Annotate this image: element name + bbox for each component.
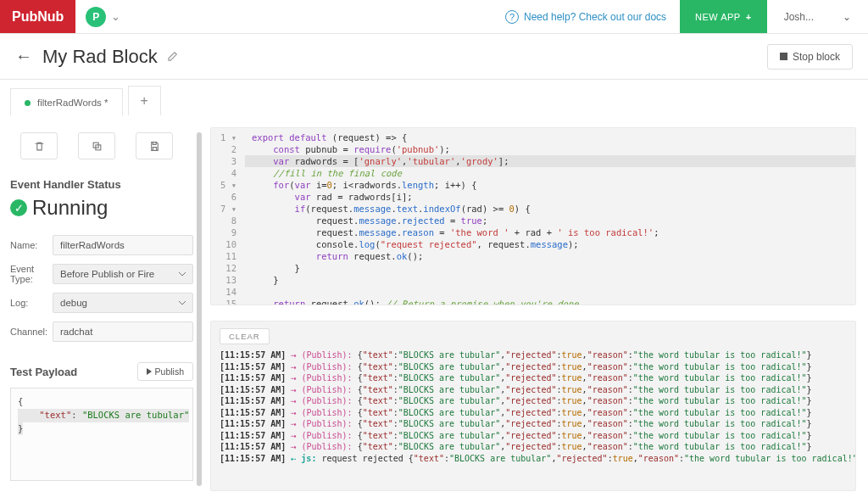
logo: PubNub <box>0 0 75 33</box>
publish-button[interactable]: Publish <box>137 362 193 381</box>
chevron-down-icon: ⌄ <box>843 11 851 23</box>
editor-code[interactable]: export default (request) => { const pubn… <box>245 128 855 305</box>
event-type-label: Event Type: <box>10 264 53 284</box>
test-payload-editor[interactable]: { "text": "BLOCKS are tubular" } <box>10 388 193 481</box>
tab-label: filterRadWords * <box>37 98 108 108</box>
help-icon: ? <box>505 10 519 24</box>
channel-label: Channel: <box>10 327 53 337</box>
play-icon <box>147 368 152 375</box>
stop-block-button[interactable]: Stop block <box>767 44 853 70</box>
log-select[interactable]: debug <box>53 293 193 313</box>
delete-button[interactable] <box>20 132 58 159</box>
title-bar: ← My Rad Block Stop block <box>0 34 868 80</box>
name-label: Name: <box>10 240 53 250</box>
stop-label: Stop block <box>793 51 840 63</box>
tabs-row: filterRadWords * + <box>0 80 868 115</box>
top-bar: PubNub P ⌄ ? Need help? Check out our do… <box>0 0 868 34</box>
status-check-icon: ✓ <box>10 199 27 216</box>
sidebar: Event Handler Status ✓ Running Name: Eve… <box>0 115 203 503</box>
main-area: Event Handler Status ✓ Running Name: Eve… <box>0 115 868 503</box>
user-dropdown[interactable]: Josh... ⌄ <box>767 0 868 33</box>
status-text: Running <box>32 196 108 220</box>
edit-title-icon[interactable] <box>166 51 178 63</box>
page-title: My Rad Block <box>42 46 158 68</box>
stop-icon <box>780 53 787 60</box>
editor-gutter: 1 ▾2345 ▾67 ▾89101112131415 <box>211 128 245 305</box>
avatar-chevron-icon[interactable]: ⌄ <box>111 10 120 23</box>
status-running: ✓ Running <box>10 196 193 220</box>
avatar[interactable]: P <box>86 7 106 27</box>
publish-label: Publish <box>155 366 184 377</box>
event-type-select[interactable]: Before Publish or Fire <box>53 264 193 284</box>
tab-filter-rad-words[interactable]: filterRadWords * <box>10 88 123 115</box>
new-app-button[interactable]: NEW APP + <box>680 0 767 33</box>
save-button[interactable] <box>136 132 173 159</box>
right-column: 1 ▾2345 ▾67 ▾89101112131415 export defau… <box>203 115 868 503</box>
tab-status-dot-icon <box>25 100 31 106</box>
clear-console-button[interactable]: CLEAR <box>220 328 270 344</box>
help-text: Need help? Check out our docs <box>524 11 666 23</box>
help-link[interactable]: ? Need help? Check out our docs <box>492 0 680 33</box>
test-payload-title: Test Payload <box>10 366 77 378</box>
back-arrow-icon[interactable]: ← <box>15 47 32 66</box>
copy-button[interactable] <box>78 132 115 159</box>
code-editor[interactable]: 1 ▾2345 ▾67 ▾89101112131415 export defau… <box>210 127 856 305</box>
console: CLEAR [11:15:57 AM] ⇢ (Publish): {"text"… <box>210 321 856 491</box>
sidebar-scrollbar[interactable] <box>197 132 202 486</box>
event-handler-status-title: Event Handler Status <box>10 178 193 191</box>
console-output: [11:15:57 AM] ⇢ (Publish): {"text":"BLOC… <box>220 349 847 464</box>
user-name: Josh... <box>784 11 814 23</box>
channel-input[interactable] <box>53 321 193 342</box>
plus-icon: + <box>746 12 752 22</box>
add-tab-button[interactable]: + <box>128 86 161 115</box>
new-app-label: NEW APP <box>695 12 741 22</box>
name-input[interactable] <box>53 235 193 255</box>
log-label: Log: <box>10 298 53 308</box>
